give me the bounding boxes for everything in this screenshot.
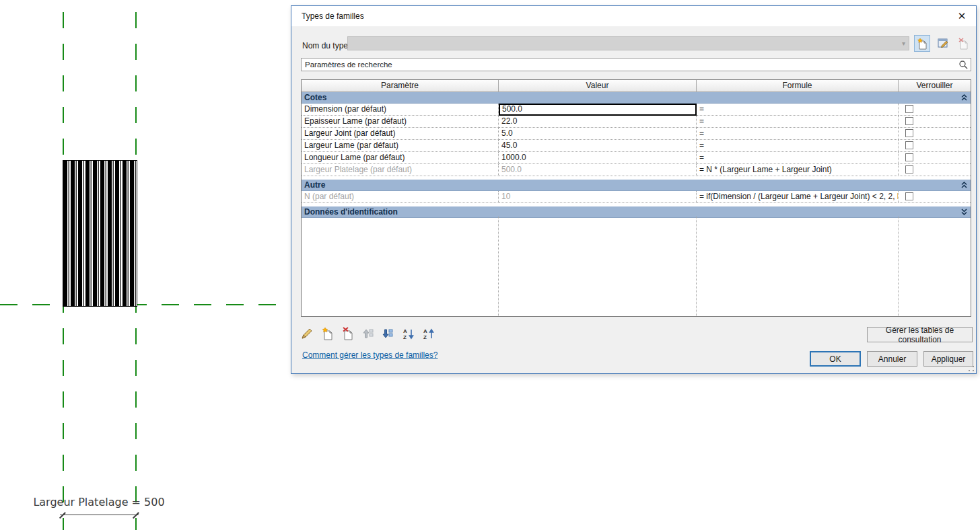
edit-parameter-button[interactable] — [300, 326, 314, 341]
reference-plane-horizontal[interactable] — [0, 304, 294, 305]
dialog-title: Types de familles — [291, 11, 364, 21]
apply-button[interactable]: Appliquer — [923, 351, 973, 367]
type-name-label: Nom du type: — [302, 41, 350, 50]
parameter-value-cell[interactable]: 500.0 — [499, 164, 697, 176]
deck-boards-geometry[interactable] — [63, 160, 137, 307]
parameter-row: Epaisseur Lame (par défaut)22.0= — [302, 116, 971, 128]
lock-checkbox[interactable] — [905, 153, 913, 161]
column-header-verrouiller[interactable]: Verrouiller — [899, 80, 971, 92]
dimension-line[interactable] — [60, 515, 139, 515]
ok-button[interactable]: OK — [810, 351, 861, 367]
parameter-name-cell: N (par défaut) — [302, 191, 499, 203]
parameter-formula-cell[interactable]: = N * (Largeur Lame + Largeur Joint) — [697, 164, 899, 176]
rename-type-icon — [938, 38, 949, 49]
svg-text:A: A — [423, 328, 427, 334]
edit-parameter-icon — [300, 327, 314, 340]
dimension-label[interactable]: Largeur Platelage = 500 — [30, 496, 168, 508]
rename-type-button[interactable] — [935, 35, 951, 52]
column-header-valeur[interactable]: Valeur — [499, 80, 697, 92]
parameter-name-cell: Epaisseur Lame (par défaut) — [302, 116, 499, 128]
lock-checkbox[interactable] — [905, 165, 913, 174]
parameter-value-cell[interactable]: 45.0 — [499, 140, 697, 152]
move-up-button[interactable] — [359, 326, 374, 341]
lock-checkbox[interactable] — [905, 117, 913, 125]
parameter-lock-cell — [899, 104, 971, 116]
parameter-lock-cell — [899, 116, 971, 128]
table-empty-area — [302, 217, 971, 316]
section-title: Données d'identification — [304, 207, 960, 217]
parameter-row: N (par défaut)10= if(Dimension / (Largeu… — [302, 191, 971, 203]
lock-checkbox[interactable] — [905, 192, 913, 200]
lock-checkbox[interactable] — [905, 141, 913, 149]
parameter-row: Largeur Joint (par défaut)5.0= — [302, 128, 971, 140]
delete-parameter-button[interactable] — [340, 326, 355, 341]
manage-lookup-tables-button[interactable]: Gérer les tables de consultation — [867, 327, 973, 342]
parameter-name-cell: Largeur Platelage (par défaut) — [302, 164, 499, 176]
parameter-formula-cell[interactable]: = — [697, 104, 899, 116]
delete-type-button[interactable] — [955, 35, 971, 52]
parameter-value-cell[interactable]: 22.0 — [499, 116, 697, 128]
move-down-icon — [380, 328, 393, 340]
section-title: Autre — [304, 180, 960, 190]
move-down-button[interactable] — [379, 326, 394, 341]
parameter-lock-cell — [899, 140, 971, 152]
parameter-name-cell: Dimension (par défaut) — [302, 104, 499, 116]
parameter-name-cell: Longueur Lame (par défaut) — [302, 152, 499, 164]
search-input[interactable] — [302, 59, 971, 71]
parameter-value-cell[interactable]: 1000.0 — [499, 152, 697, 164]
section-header-autre[interactable]: Autre — [302, 180, 971, 191]
column-header-formule[interactable]: Formule — [697, 80, 899, 92]
combo-chevron-icon: ▾ — [902, 40, 905, 47]
new-parameter-button[interactable] — [320, 326, 335, 341]
new-type-icon — [917, 38, 928, 50]
section-header-cotes[interactable]: Cotes — [302, 92, 971, 104]
new-parameter-icon — [321, 327, 334, 340]
parameter-lock-cell — [899, 164, 971, 176]
section-title: Cotes — [304, 93, 960, 102]
parameter-value-cell[interactable]: 500.0 — [499, 104, 697, 116]
help-link[interactable]: Comment gérer les types de familles? — [302, 350, 438, 360]
column-header-parametre[interactable]: Paramètre — [302, 80, 499, 92]
table-body: CotesDimension (par défaut)500.0=Epaisse… — [302, 92, 971, 218]
parameter-lock-cell — [899, 128, 971, 140]
parameter-value-cell[interactable]: 10 — [499, 191, 697, 203]
parameter-row: Largeur Platelage (par défaut)500.0= N *… — [302, 164, 971, 176]
delete-parameter-icon — [341, 327, 354, 340]
parameter-name-cell: Largeur Joint (par défaut) — [302, 128, 499, 140]
parameter-lock-cell — [899, 152, 971, 164]
sort-descending-icon: A Z — [423, 328, 436, 340]
table-header-row: Paramètre Valeur Formule Verrouiller — [302, 80, 971, 92]
svg-text:Z: Z — [423, 334, 427, 340]
parameter-formula-cell[interactable]: = — [697, 128, 899, 140]
collapse-section-icon — [960, 93, 968, 102]
parameters-table: Paramètre Valeur Formule Verrouiller Cot… — [301, 79, 971, 317]
search-parameters-box — [301, 58, 971, 71]
sort-ascending-button[interactable]: A Z — [402, 326, 417, 341]
new-type-button[interactable] — [914, 35, 930, 52]
parameter-name-cell: Largeur Lame (par défaut) — [302, 140, 499, 152]
lock-checkbox[interactable] — [905, 129, 913, 137]
parameter-formula-cell[interactable]: = — [697, 152, 899, 164]
collapse-section-icon — [960, 181, 968, 189]
parameter-value-cell[interactable]: 5.0 — [499, 128, 697, 140]
svg-text:A: A — [403, 328, 407, 334]
parameter-row: Largeur Lame (par défaut)45.0= — [302, 140, 971, 152]
parameter-formula-cell[interactable]: = if(Dimension / (Largeur Lame + Largeur… — [697, 191, 899, 203]
lock-checkbox[interactable] — [905, 105, 913, 113]
type-name-combobox[interactable]: ▾ — [347, 36, 909, 50]
resize-grip[interactable] — [968, 365, 975, 372]
dialog-titlebar[interactable]: Types de familles ✕ — [291, 6, 976, 26]
family-types-dialog: Types de familles ✕ Nom du type: ▾ — [291, 5, 977, 374]
sort-ascending-icon: A Z — [403, 328, 416, 340]
parameter-lock-cell — [899, 191, 971, 203]
expand-section-icon — [960, 208, 968, 216]
parameter-formula-cell[interactable]: = — [697, 140, 899, 152]
delete-type-icon — [958, 38, 969, 50]
search-icon — [958, 60, 969, 70]
cancel-button[interactable]: Annuler — [867, 351, 917, 367]
sort-descending-button[interactable]: A Z — [422, 326, 437, 341]
move-up-icon — [360, 328, 374, 340]
svg-text:Z: Z — [403, 334, 407, 340]
close-icon[interactable]: ✕ — [953, 7, 971, 25]
parameter-formula-cell[interactable]: = — [697, 116, 899, 128]
